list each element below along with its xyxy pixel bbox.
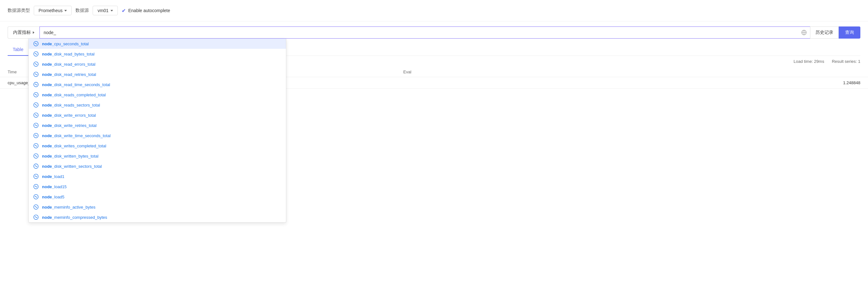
query-input-wrapper	[39, 26, 798, 38]
metric-icon-1	[33, 51, 39, 57]
autocomplete-item-13[interactable]: node_load1	[29, 171, 286, 182]
metric-icon-2	[33, 61, 39, 67]
datasource-type-label: 数据源类型	[8, 8, 30, 13]
metric-name-15: node_load5	[42, 195, 64, 199]
metric-icon-15	[33, 194, 39, 200]
metric-icon-0	[33, 41, 39, 47]
metric-icon-7	[33, 112, 39, 118]
empty-cell	[396, 77, 593, 89]
metric-name-6: node_disk_reads_sectors_total	[42, 103, 100, 108]
chevron-right-icon	[33, 31, 34, 34]
metric-name-5: node_disk_reads_completed_total	[42, 92, 106, 97]
metric-name-9: node_disk_write_time_seconds_total	[42, 133, 111, 138]
metric-icon-3	[33, 72, 39, 77]
metric-icon-16	[33, 204, 39, 210]
load-time-value: 29ms	[814, 59, 825, 64]
load-time-info: Load time: 29ms	[794, 59, 824, 64]
datasource-label: 数据源	[75, 8, 89, 13]
autocomplete-item-16[interactable]: node_meminfo_active_bytes	[29, 202, 286, 212]
metric-icon-8	[33, 122, 39, 128]
col-eval: Eval	[396, 67, 593, 77]
metric-name-1: node_disk_read_bytes_total	[42, 52, 95, 56]
load-time-label: Load time:	[794, 59, 813, 64]
autocomplete-item-2[interactable]: node_disk_read_errors_total	[29, 59, 286, 69]
autocomplete-item-6[interactable]: node_disk_reads_sectors_total	[29, 100, 286, 110]
autocomplete-item-4[interactable]: node_disk_read_time_seconds_total	[29, 79, 286, 90]
metric-name-10: node_disk_writes_completed_total	[42, 143, 106, 148]
result-series-value: 1	[858, 59, 860, 64]
autocomplete-item-11[interactable]: node_disk_written_bytes_total	[29, 151, 286, 161]
metric-icon-14	[33, 184, 39, 189]
autocomplete-label: Enable autocomplete	[128, 8, 170, 13]
autocomplete-item-5[interactable]: node_disk_reads_completed_total	[29, 90, 286, 100]
tab-table-label: Table	[13, 47, 23, 52]
metric-icon-11	[33, 153, 39, 159]
chevron-down-icon	[64, 10, 67, 11]
query-button[interactable]: 查询	[839, 26, 860, 38]
metric-name-3: node_disk_read_retries_total	[42, 72, 96, 77]
query-input[interactable]	[39, 26, 798, 38]
metric-name-2: node_disk_read_errors_total	[42, 62, 95, 67]
metric-name-17: node_meminfo_compressed_bytes	[42, 215, 107, 220]
autocomplete-item-3[interactable]: node_disk_read_retries_total	[29, 69, 286, 79]
result-series-info: Result series: 1	[832, 59, 860, 64]
prometheus-value: Prometheus	[38, 8, 62, 13]
autocomplete-dropdown: node_cpu_seconds_total node_disk_read_by…	[28, 38, 286, 223]
metric-name-11: node_disk_written_bytes_total	[42, 154, 98, 159]
metric-name-4: node_disk_read_time_seconds_total	[42, 82, 110, 87]
vm01-value: vm01	[97, 8, 108, 13]
check-icon: ✔	[122, 8, 126, 14]
autocomplete-item-17[interactable]: node_meminfo_compressed_bytes	[29, 212, 286, 222]
history-button[interactable]: 历史记录	[810, 26, 839, 38]
metric-name-12: node_disk_written_sectors_total	[42, 164, 102, 169]
tab-table[interactable]: Table	[8, 44, 28, 56]
autocomplete-item-15[interactable]: node_load5	[29, 192, 286, 202]
value-cell: 1.248848	[593, 77, 868, 89]
app-container: 数据源类型 Prometheus 数据源 vm01 ✔ Enable autoc…	[0, 0, 868, 303]
preset-metrics-button[interactable]: 内置指标	[8, 26, 39, 38]
metric-icon-4	[33, 82, 39, 87]
metric-icon-10	[33, 143, 39, 148]
toolbar: 数据源类型 Prometheus 数据源 vm01 ✔ Enable autoc…	[0, 0, 868, 21]
autocomplete-item-12[interactable]: node_disk_written_sectors_total	[29, 161, 286, 171]
history-label: 历史记录	[815, 30, 833, 35]
query-label: 查询	[845, 30, 854, 35]
prometheus-dropdown[interactable]: Prometheus	[34, 6, 72, 15]
metric-icon-13	[33, 173, 39, 179]
metric-icon-12	[33, 163, 39, 169]
metric-name-7: node_disk_write_errors_total	[42, 113, 96, 118]
autocomplete-item-9[interactable]: node_disk_write_time_seconds_total	[29, 131, 286, 141]
autocomplete-item-10[interactable]: node_disk_writes_completed_total	[29, 141, 286, 151]
globe-button[interactable]	[798, 26, 810, 38]
autocomplete-item-1[interactable]: node_disk_read_bytes_total	[29, 49, 286, 59]
globe-icon	[801, 30, 807, 35]
metric-name-0: node_cpu_seconds_total	[42, 42, 89, 46]
metric-icon-9	[33, 133, 39, 138]
metric-icon-17	[33, 214, 39, 220]
autocomplete-item-8[interactable]: node_disk_write_retries_total	[29, 120, 286, 131]
col-value-spacer	[593, 67, 868, 77]
metric-name-16: node_meminfo_active_bytes	[42, 205, 95, 210]
query-section: 内置指标 历史记录 查询	[0, 21, 868, 38]
metric-name-14: node_load15	[42, 184, 66, 189]
preset-metrics-label: 内置指标	[13, 30, 31, 35]
autocomplete-item-14[interactable]: node_load15	[29, 182, 286, 192]
chevron-down-icon-2	[111, 10, 113, 11]
metric-name-8: node_disk_write_retries_total	[42, 123, 96, 128]
metric-icon-5	[33, 92, 39, 98]
metric-name-13: node_load1	[42, 174, 64, 179]
result-series-label: Result series:	[832, 59, 857, 64]
autocomplete-toggle[interactable]: ✔ Enable autocomplete	[122, 8, 170, 14]
autocomplete-item-0[interactable]: node_cpu_seconds_total	[29, 38, 286, 49]
autocomplete-item-7[interactable]: node_disk_write_errors_total	[29, 110, 286, 120]
query-row: 内置指标 历史记录 查询	[8, 26, 860, 38]
vm01-dropdown[interactable]: vm01	[93, 6, 118, 15]
metric-icon-6	[33, 102, 39, 108]
